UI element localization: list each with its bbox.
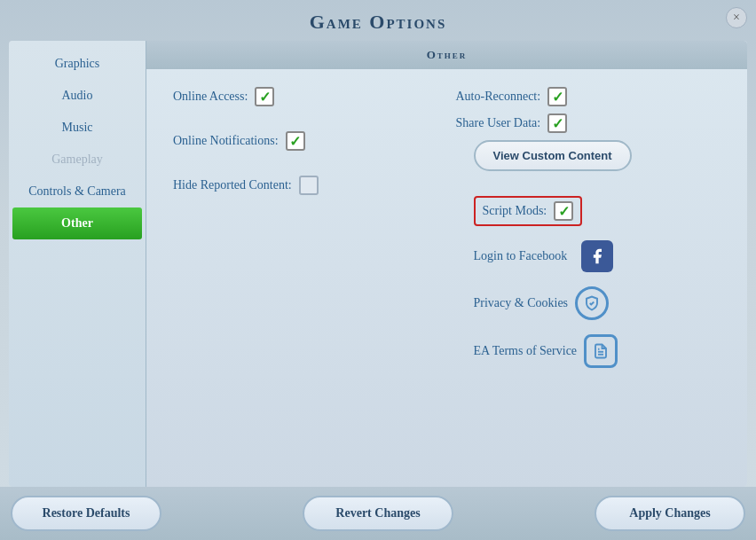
online-access-row: Online Access: bbox=[173, 87, 447, 106]
auto-reconnect-row: Auto-Reconnect: bbox=[456, 87, 730, 106]
online-notifications-label: Online Notifications: bbox=[173, 134, 279, 148]
main-container: Game Options × Graphics Audio Music Game… bbox=[0, 0, 756, 540]
online-access-checkbox[interactable] bbox=[255, 87, 274, 106]
close-button[interactable]: × bbox=[726, 7, 747, 28]
content-area: Graphics Audio Music Gameplay Controls &… bbox=[9, 41, 747, 487]
terms-row: EA Terms of Service bbox=[474, 334, 618, 368]
title-bar: Game Options × bbox=[0, 0, 756, 41]
privacy-row: Privacy & Cookies bbox=[474, 286, 610, 320]
facebook-row: Login to Facebook bbox=[474, 240, 614, 272]
right-actions: View Custom Content Script Mods: Login t… bbox=[456, 140, 730, 382]
auto-reconnect-checkbox[interactable] bbox=[547, 87, 567, 106]
privacy-icon[interactable] bbox=[575, 286, 609, 320]
main-panel: Other Online Access: Online Notification… bbox=[146, 41, 747, 487]
sidebar-item-other[interactable]: Other bbox=[12, 207, 142, 239]
script-mods-checkbox[interactable] bbox=[554, 201, 573, 221]
view-custom-content-button[interactable]: View Custom Content bbox=[474, 140, 632, 171]
online-notifications-checkbox[interactable] bbox=[286, 131, 305, 151]
sidebar-item-audio[interactable]: Audio bbox=[9, 80, 146, 112]
revert-changes-button[interactable]: Revert Changes bbox=[303, 496, 453, 531]
share-user-data-checkbox[interactable] bbox=[547, 113, 567, 133]
footer: Restore Defaults Revert Changes Apply Ch… bbox=[0, 487, 756, 540]
options-columns: Online Access: Online Notifications: Hid… bbox=[146, 69, 747, 487]
online-notifications-row: Online Notifications: bbox=[173, 131, 447, 151]
sidebar-item-graphics[interactable]: Graphics bbox=[9, 48, 146, 80]
sidebar-item-gameplay: Gameplay bbox=[9, 144, 146, 176]
sidebar-item-controls[interactable]: Controls & Camera bbox=[9, 176, 146, 207]
right-panel: Auto-Reconnect: Share User Data: View Cu… bbox=[447, 87, 730, 469]
restore-defaults-button[interactable]: Restore Defaults bbox=[11, 496, 161, 531]
facebook-label: Login to Facebook bbox=[474, 249, 568, 263]
script-mods-label: Script Mods: bbox=[483, 204, 547, 218]
script-mods-row: Script Mods: bbox=[474, 196, 583, 226]
privacy-label: Privacy & Cookies bbox=[474, 296, 569, 310]
terms-icon[interactable] bbox=[584, 334, 618, 368]
auto-reconnect-label: Auto-Reconnect: bbox=[456, 90, 541, 104]
sidebar: Graphics Audio Music Gameplay Controls &… bbox=[9, 41, 146, 487]
share-user-data-label: Share User Data: bbox=[456, 116, 541, 130]
sidebar-item-music[interactable]: Music bbox=[9, 112, 146, 144]
online-access-label: Online Access: bbox=[173, 90, 248, 104]
facebook-icon[interactable] bbox=[581, 240, 613, 272]
left-column: Online Access: Online Notifications: Hid… bbox=[173, 87, 447, 469]
hide-reported-row: Hide Reported Content: bbox=[173, 176, 447, 195]
share-user-data-row: Share User Data: bbox=[456, 113, 730, 133]
page-title: Game Options bbox=[310, 11, 447, 34]
apply-changes-button[interactable]: Apply Changes bbox=[595, 496, 745, 531]
hide-reported-label: Hide Reported Content: bbox=[173, 178, 292, 192]
hide-reported-checkbox[interactable] bbox=[299, 176, 319, 195]
section-header: Other bbox=[146, 41, 747, 69]
terms-label: EA Terms of Service bbox=[474, 344, 578, 358]
